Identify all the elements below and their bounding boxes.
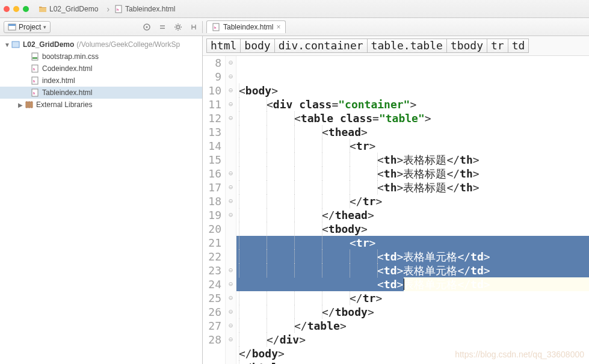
close-tab-icon[interactable]: × bbox=[276, 23, 280, 31]
tree-external-libraries[interactable]: ▶ External Libraries bbox=[0, 99, 202, 111]
css-file-icon bbox=[30, 52, 40, 61]
svg-text:h: h bbox=[117, 8, 119, 11]
hide-panel-icon[interactable] bbox=[189, 22, 199, 32]
fold-handle-icon[interactable]: ⊖ bbox=[229, 56, 233, 70]
code-line[interactable]: <td>表格单元格</td> bbox=[236, 264, 589, 277]
project-view-button[interactable]: Project ▾ bbox=[4, 21, 51, 33]
tree-root-meta: (/Volumes/GeekCollege/WorkSp bbox=[76, 40, 180, 49]
tree-file-item[interactable]: hindex.html bbox=[0, 75, 202, 87]
caret-right-icon[interactable]: ▶ bbox=[17, 102, 24, 108]
fold-handle-icon[interactable]: ⊖ bbox=[229, 291, 233, 305]
html-file-icon: h bbox=[30, 64, 40, 73]
code-line[interactable]: <tbody> bbox=[236, 222, 589, 236]
path-segment[interactable]: table.table bbox=[368, 39, 447, 53]
fold-handle-icon[interactable]: ⊖ bbox=[229, 194, 233, 208]
tree-file-item[interactable]: bootstrap.min.css bbox=[0, 51, 202, 63]
tree-file-item[interactable]: hCodeindex.html bbox=[0, 63, 202, 75]
svg-text:h: h bbox=[33, 67, 35, 71]
main-area: ▼ L02_GridDemo (/Volumes/GeekCollege/Wor… bbox=[0, 36, 589, 364]
code-line[interactable]: </tr> bbox=[236, 194, 589, 208]
close-icon[interactable] bbox=[4, 6, 10, 12]
code-line[interactable]: </tbody> bbox=[236, 305, 589, 319]
fold-handle-icon[interactable]: ⊖ bbox=[229, 180, 233, 194]
fold-handle-icon[interactable]: ⊖ bbox=[229, 167, 233, 180]
svg-point-5 bbox=[146, 26, 148, 28]
svg-text:h: h bbox=[214, 26, 216, 29]
svg-point-6 bbox=[177, 25, 180, 28]
fold-gutter[interactable]: ⊖⊖⊖⊖⊖⊖⊖⊖⊖⊖⊖⊖⊖⊖⊖ bbox=[226, 56, 236, 364]
fold-handle-icon[interactable]: ⊖ bbox=[229, 319, 233, 333]
svg-rect-10 bbox=[32, 53, 38, 60]
html-file-icon: h bbox=[212, 23, 220, 31]
html-file-icon: h bbox=[114, 5, 123, 13]
code-line[interactable]: </thead> bbox=[236, 208, 589, 222]
path-segment[interactable]: tr bbox=[487, 39, 508, 53]
html-file-icon: h bbox=[30, 88, 40, 97]
folder-icon bbox=[39, 5, 47, 13]
project-toolbar: Project ▾ bbox=[0, 21, 203, 33]
breadcrumb-item-project[interactable]: L02_GridDemo bbox=[35, 4, 102, 14]
module-icon bbox=[11, 40, 20, 49]
caret-down-icon: ▾ bbox=[43, 24, 46, 30]
code-line[interactable]: <tr> bbox=[236, 139, 589, 153]
code-line[interactable]: <td>表格单元格</td> bbox=[236, 277, 589, 291]
fold-handle-icon[interactable]: ⊖ bbox=[229, 111, 233, 125]
tree-label: index.html bbox=[42, 76, 75, 85]
collapse-all-icon[interactable] bbox=[158, 22, 167, 32]
fold-handle-icon[interactable]: ⊖ bbox=[229, 97, 233, 111]
window-traffic-lights[interactable] bbox=[4, 6, 29, 12]
locate-icon[interactable] bbox=[142, 22, 152, 32]
code-line[interactable]: <body> bbox=[236, 84, 589, 97]
code-line[interactable]: <div class="container"> bbox=[236, 97, 589, 111]
toolbar: Project ▾ h Tableindex.html × bbox=[0, 18, 589, 36]
fold-handle-icon[interactable]: ⊖ bbox=[229, 264, 233, 277]
tree-file-item[interactable]: hTableindex.html bbox=[0, 87, 202, 99]
minimize-icon[interactable] bbox=[13, 6, 19, 12]
dom-path-bar: htmlbodydiv.containertable.tabletbodytrt… bbox=[203, 36, 589, 56]
tree-label: bootstrap.min.css bbox=[42, 52, 99, 61]
code-line[interactable]: </div> bbox=[236, 333, 589, 347]
code-line[interactable]: <td>表格单元格</td> bbox=[236, 250, 589, 264]
code-line[interactable]: </tr> bbox=[236, 291, 589, 305]
chevron-right-icon: › bbox=[106, 4, 109, 14]
fold-handle-icon[interactable]: ⊖ bbox=[229, 333, 233, 347]
line-number-gutter: 8910111213141516171819202122232425262728 bbox=[203, 56, 226, 364]
project-button-label: Project bbox=[19, 23, 41, 31]
project-icon bbox=[8, 23, 16, 31]
tree-root[interactable]: ▼ L02_GridDemo (/Volumes/GeekCollege/Wor… bbox=[0, 39, 202, 51]
fold-handle-icon[interactable]: ⊖ bbox=[229, 70, 233, 84]
fold-handle-icon[interactable]: ⊖ bbox=[229, 305, 233, 319]
path-segment[interactable]: html bbox=[206, 39, 241, 53]
code-line[interactable]: <tr> bbox=[236, 236, 589, 250]
caret-down-icon[interactable]: ▼ bbox=[4, 42, 11, 48]
code-line[interactable]: <th>表格标题</th> bbox=[236, 167, 589, 180]
breadcrumb-label: Tableindex.html bbox=[125, 5, 175, 13]
tree-label: External Libraries bbox=[36, 100, 92, 109]
breadcrumb-item-file[interactable]: h Tableindex.html bbox=[111, 4, 179, 14]
code-line[interactable]: <thead> bbox=[236, 125, 589, 139]
watermark-text: https://blog.csdn.net/qq_33608000 bbox=[455, 348, 584, 362]
svg-rect-3 bbox=[8, 24, 16, 26]
path-segment[interactable]: div.container bbox=[275, 39, 368, 53]
breadcrumb-label: L02_GridDemo bbox=[49, 5, 98, 13]
code-line[interactable]: </table> bbox=[236, 319, 589, 333]
project-tree[interactable]: ▼ L02_GridDemo (/Volumes/GeekCollege/Wor… bbox=[0, 36, 203, 364]
code-lines[interactable]: <body><div class="container"><table clas… bbox=[236, 56, 589, 364]
maximize-icon[interactable] bbox=[23, 6, 29, 12]
path-segment[interactable]: td bbox=[508, 39, 529, 53]
fold-handle-icon[interactable]: ⊖ bbox=[229, 208, 233, 222]
svg-rect-11 bbox=[32, 57, 37, 59]
path-segment[interactable]: body bbox=[241, 39, 274, 53]
gear-icon[interactable] bbox=[173, 22, 183, 32]
library-icon bbox=[24, 100, 34, 110]
fold-handle-icon[interactable]: ⊖ bbox=[229, 84, 233, 97]
editor-tab-tableindex[interactable]: h Tableindex.html × bbox=[206, 20, 286, 33]
html-file-icon: h bbox=[30, 76, 40, 85]
code-line[interactable]: <table class="table"> bbox=[236, 111, 589, 125]
code-area[interactable]: 8910111213141516171819202122232425262728… bbox=[203, 56, 589, 364]
svg-text:h: h bbox=[33, 91, 35, 95]
code-line[interactable]: <th>表格标题</th> bbox=[236, 153, 589, 167]
fold-handle-icon[interactable]: ⊖ bbox=[229, 277, 233, 291]
path-segment[interactable]: tbody bbox=[447, 39, 487, 53]
code-line[interactable]: <th>表格标题</th> bbox=[236, 180, 589, 194]
